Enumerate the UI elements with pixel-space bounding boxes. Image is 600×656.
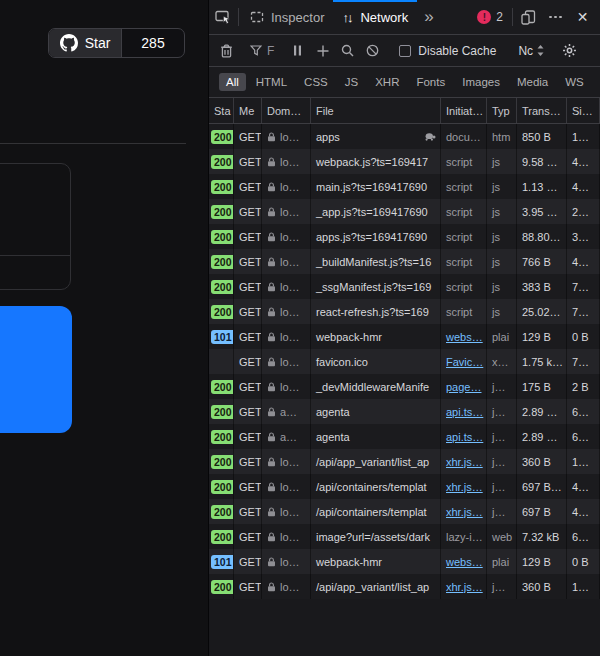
initiator-cell: xhr.js… [441, 449, 487, 474]
file-cell: _buildManifest.js?ts=16 [311, 249, 441, 274]
column-header[interactable]: File [311, 98, 441, 123]
filter-css[interactable]: CSS [297, 73, 335, 91]
request-row[interactable]: 200GETlo…/api/app_variant/list_apxhr.js…… [209, 449, 600, 474]
network-settings-button[interactable] [557, 39, 582, 63]
filter-all[interactable]: All [219, 73, 246, 91]
type-cell: js [487, 249, 517, 274]
status-cell: 200 [209, 174, 234, 199]
filter-urls-input[interactable]: F [244, 44, 280, 58]
type-cell: js [487, 199, 517, 224]
github-star-left[interactable]: Star [49, 29, 122, 57]
domain-cell: lo… [262, 324, 311, 349]
pause-log-button[interactable] [285, 39, 310, 63]
size-cell: 6… [567, 399, 600, 424]
size-cell: 1… [567, 449, 600, 474]
domain-cell: lo… [262, 149, 311, 174]
domain-cell: a… [262, 424, 311, 449]
error-count-badge[interactable]: ! 2 [470, 0, 510, 34]
more-tabs-chevron[interactable]: » [417, 0, 440, 34]
filter-fonts[interactable]: Fonts [409, 73, 452, 91]
filter-media[interactable]: Media [510, 73, 555, 91]
method-cell: GET [234, 199, 262, 224]
transferred-cell: 9.58 … [517, 149, 567, 174]
filter-html[interactable]: HTML [249, 73, 294, 91]
request-row[interactable]: 200GETlo…/api/containers/templatxhr.js…j… [209, 499, 600, 524]
request-row[interactable]: 200GETlo…main.js?ts=169417690scriptjs1.1… [209, 174, 600, 199]
type-cell: j… [487, 449, 517, 474]
request-row[interactable]: 200GETlo…_app.js?ts=169417690scriptjs3.9… [209, 199, 600, 224]
request-row[interactable]: 200GETlo…apps.js?ts=169417690scriptjs88.… [209, 224, 600, 249]
tab-network[interactable]: ↑↓ Network [333, 0, 417, 34]
column-header[interactable]: Typ [487, 98, 517, 123]
lock-icon [267, 357, 276, 367]
method-cell: GET [234, 574, 262, 599]
devtools-menu-button[interactable] [542, 0, 569, 34]
gear-icon [562, 43, 577, 58]
filter-ws[interactable]: WS [558, 73, 591, 91]
filter-images[interactable]: Images [455, 73, 507, 91]
file-cell: main.js?ts=169417690 [311, 174, 441, 199]
lock-icon [267, 232, 276, 242]
clear-requests-button[interactable] [214, 39, 239, 63]
filter-ot[interactable]: Ot [594, 73, 600, 91]
responsive-mode-button[interactable] [515, 0, 542, 34]
lock-icon [267, 507, 276, 517]
request-row[interactable]: 200GETlo…_devMiddlewareManifepage…j…175 … [209, 374, 600, 399]
error-count: 2 [496, 10, 503, 24]
devtools-panel: Inspector ↑↓ Network » ! 2 ✕ [208, 0, 600, 656]
request-row[interactable]: 101GETlo…webpack-hmrwebs…plai129 B0 B [209, 324, 600, 349]
element-picker-button[interactable] [209, 0, 236, 34]
new-request-button[interactable] [310, 39, 335, 63]
close-devtools-button[interactable]: ✕ [569, 0, 596, 34]
initiator-cell: script [441, 249, 487, 274]
method-cell: GET [234, 249, 262, 274]
request-row[interactable]: 200GETlo…image?url=/assets/darklazy-i…we… [209, 524, 600, 549]
lock-icon [267, 182, 276, 192]
filter-js[interactable]: JS [338, 73, 365, 91]
primary-blue-panel[interactable] [0, 306, 72, 433]
throttling-select[interactable]: Nc [510, 44, 552, 58]
lock-icon [267, 532, 276, 542]
request-row[interactable]: 200GETa…agentaapi.ts…j…2.89 …6… [209, 399, 600, 424]
request-row[interactable]: 200GETa…agentaapi.ts…j…2.89 …6… [209, 424, 600, 449]
method-cell: GET [234, 549, 262, 574]
file-cell: _app.js?ts=169417690 [311, 199, 441, 224]
request-row[interactable]: 200GETlo…_ssgManifest.js?ts=169scriptjs3… [209, 274, 600, 299]
column-header[interactable]: Trans… [517, 98, 567, 123]
method-cell: GET [234, 449, 262, 474]
lock-icon [267, 382, 276, 392]
search-button[interactable] [335, 39, 360, 63]
column-header[interactable]: Sta [209, 98, 234, 123]
request-row[interactable]: 200GETlo…_buildManifest.js?ts=16scriptjs… [209, 249, 600, 274]
tab-inspector[interactable]: Inspector [241, 0, 333, 34]
status-badge: 200 [211, 380, 234, 394]
status-badge: 200 [211, 130, 234, 144]
request-row[interactable]: GETlo…favicon.icoFavic…x…1.75 k…7… [209, 349, 600, 374]
lock-icon [267, 332, 276, 342]
request-row[interactable]: 200GETlo…webpack.js?ts=169417scriptjs9.5… [209, 149, 600, 174]
request-row[interactable]: 200GETlo…/api/app_variant/list_apxhr.js…… [209, 574, 600, 599]
transferred-cell: 383 B [517, 274, 567, 299]
status-cell: 200 [209, 524, 234, 549]
column-header[interactable]: Initiat… [441, 98, 487, 123]
request-row[interactable]: 200GETlo…appsdocu…htm850 B1… [209, 124, 600, 149]
request-row[interactable]: 200GETlo…react-refresh.js?ts=169scriptjs… [209, 299, 600, 324]
status-badge: 200 [211, 580, 234, 594]
column-header[interactable]: Me [234, 98, 262, 123]
file-cell: _ssgManifest.js?ts=169 [311, 274, 441, 299]
request-row[interactable]: 200GETlo…/api/containers/templatxhr.js…j… [209, 474, 600, 499]
type-cell: plai [487, 549, 517, 574]
request-row[interactable]: 101GETlo…webpack-hmrwebs…plai129 B0 B [209, 549, 600, 574]
github-star-button[interactable]: Star 285 [48, 28, 185, 58]
transferred-cell: 360 B [517, 449, 567, 474]
disable-cache-checkbox[interactable]: Disable Cache [390, 44, 505, 58]
lock-icon [267, 282, 276, 292]
column-header[interactable]: Si… [567, 98, 600, 123]
status-badge: 200 [211, 455, 234, 469]
filter-xhr[interactable]: XHR [368, 73, 406, 91]
initiator-cell: script [441, 199, 487, 224]
column-header[interactable]: Dom… [262, 98, 311, 123]
file-cell: react-refresh.js?ts=169 [311, 299, 441, 324]
request-blocking-button[interactable] [360, 39, 385, 63]
file-cell: agenta [311, 399, 441, 424]
